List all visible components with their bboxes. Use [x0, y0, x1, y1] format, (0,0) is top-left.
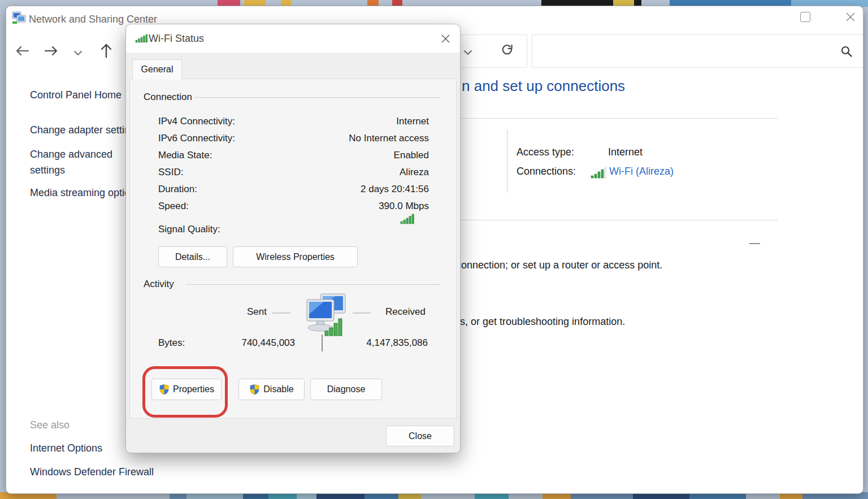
- maximize-icon: [800, 12, 810, 22]
- uac-shield-icon: [249, 384, 260, 395]
- wifi-status-dialog: Wi-Fi Status General Connection IPv4 Con…: [125, 24, 461, 453]
- sidebar-item-control-panel-home[interactable]: Control Panel Home: [30, 89, 121, 101]
- section-divider: [461, 220, 778, 220]
- sidebar-item-internet-options[interactable]: Internet Options: [30, 442, 102, 454]
- signal-quality-label: Signal Quality:: [158, 224, 220, 235]
- body-text-fragment-2: ms, or get troubleshooting information.: [452, 316, 625, 328]
- row-ipv6: IPv6 Connectivity:No Internet access: [158, 130, 429, 147]
- minimize-button[interactable]: [744, 10, 765, 24]
- activity-group-label: Activity: [144, 279, 174, 290]
- vertical-divider: [507, 129, 507, 193]
- wifi-signal-icon: [135, 34, 147, 45]
- network-logo-icon: [11, 11, 26, 25]
- search-box[interactable]: [532, 34, 863, 68]
- window-close-button[interactable]: [840, 9, 861, 25]
- row-ipv4: IPv4 Connectivity:Internet: [158, 113, 429, 130]
- back-arrow-icon[interactable]: [15, 45, 29, 59]
- section-divider: [461, 118, 778, 119]
- sent-label: Sent: [240, 306, 267, 318]
- uac-shield-icon: [159, 384, 170, 395]
- sidebar-item-media-streaming[interactable]: Media streaming options: [30, 187, 141, 199]
- received-label: Received: [385, 306, 426, 318]
- tab-general[interactable]: General: [132, 59, 182, 80]
- received-dash: [353, 313, 371, 314]
- access-type-value: Internet: [608, 146, 643, 158]
- row-media-state: Media State:Enabled: [158, 147, 429, 164]
- sidebar-item-change-adapter-settings[interactable]: Change adapter settings: [30, 124, 141, 136]
- properties-button[interactable]: Properties: [151, 379, 222, 400]
- dialog-tab-page: Connection IPv4 Connectivity:Internet IP…: [129, 79, 457, 419]
- minimize-icon: [749, 243, 760, 245]
- close-icon: [845, 12, 856, 22]
- dialog-titlebar: Wi-Fi Status: [126, 24, 460, 53]
- bytes-divider: [322, 335, 323, 352]
- forward-arrow-icon[interactable]: [44, 45, 59, 59]
- details-button[interactable]: Details...: [158, 246, 227, 267]
- refresh-icon[interactable]: [500, 44, 515, 60]
- see-also-heading: See also: [30, 419, 70, 431]
- disable-button[interactable]: Disable: [238, 379, 305, 400]
- bytes-received-value: 4,147,835,086: [342, 337, 428, 349]
- dialog-title: Wi-Fi Status: [149, 24, 204, 53]
- sidebar-item-windows-defender-firewall[interactable]: Windows Defender Firewall: [30, 466, 154, 478]
- wifi-signal-icon: [591, 167, 606, 181]
- group-line: [186, 284, 440, 285]
- access-type-label: Access type:: [517, 146, 574, 158]
- bytes-sent-value: 740,445,003: [209, 337, 295, 349]
- close-icon: [441, 34, 450, 44]
- search-icon[interactable]: [840, 45, 853, 60]
- connection-group-label: Connection: [144, 92, 192, 103]
- group-line: [195, 97, 440, 98]
- maximize-button[interactable]: [795, 10, 816, 24]
- bytes-label: Bytes:: [158, 337, 185, 349]
- dialog-footer: Close: [126, 418, 460, 453]
- wifi-connection-link[interactable]: Wi-Fi (Alireza): [609, 166, 674, 177]
- diagnose-button[interactable]: Diagnose: [310, 379, 382, 400]
- row-duration: Duration:2 days 20:41:56: [158, 181, 429, 198]
- page-heading-fragment: n and set up connections: [462, 77, 625, 95]
- computer-network-icon: [302, 292, 350, 345]
- row-ssid: SSID:Alireza: [158, 164, 429, 181]
- wireless-properties-button[interactable]: Wireless Properties: [233, 246, 358, 267]
- history-chevron-icon[interactable]: [73, 48, 83, 58]
- close-button[interactable]: Close: [386, 426, 454, 446]
- row-speed: Speed:390.0 Mbps: [158, 198, 429, 215]
- connections-label: Connections:: [517, 166, 576, 177]
- signal-quality-icon: [400, 214, 415, 227]
- up-arrow-icon[interactable]: [99, 42, 114, 60]
- desktop: Network and Sharing Center: [0, 0, 868, 499]
- body-text-fragment-1: connection; or set up a router or access…: [456, 259, 662, 271]
- address-dropdown-chevron-icon[interactable]: [463, 47, 472, 58]
- search-input[interactable]: [538, 40, 834, 63]
- sidebar-item-change-advanced-settings[interactable]: Change advanced settings: [30, 146, 112, 178]
- sent-dash: [272, 313, 290, 314]
- connection-rows: IPv4 Connectivity:Internet IPv6 Connecti…: [158, 113, 429, 215]
- dialog-close-button[interactable]: [439, 32, 452, 45]
